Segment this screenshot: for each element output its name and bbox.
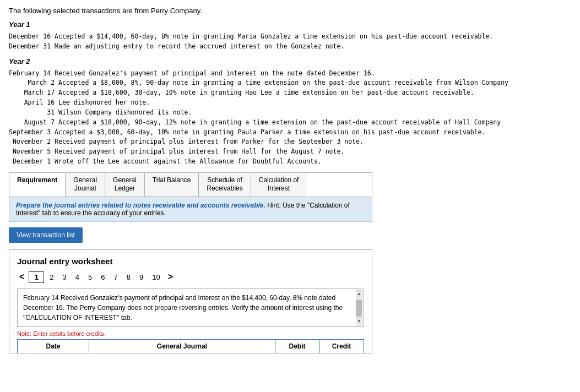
col-date: Date xyxy=(18,340,89,353)
scroll-up-arrow[interactable]: ▲ xyxy=(356,291,362,297)
intro-text: The following selected transactions are … xyxy=(9,7,571,15)
page-1[interactable]: 1 xyxy=(29,271,44,283)
page-2[interactable]: 2 xyxy=(46,272,57,282)
tab-general-journal[interactable]: GeneralJournal xyxy=(66,173,105,197)
page-nav: < 1 2 3 4 5 6 7 8 9 10 > xyxy=(17,271,364,283)
col-debit: Debit xyxy=(275,340,319,353)
tab-calculation-interest[interactable]: Calculation ofInterest xyxy=(251,173,307,197)
page-10[interactable]: 10 xyxy=(149,272,163,282)
col-credit: Credit xyxy=(319,340,364,353)
table-header: Date General Journal Debit Credit xyxy=(17,339,364,353)
page-9[interactable]: 9 xyxy=(136,272,147,282)
page-3[interactable]: 3 xyxy=(59,272,70,282)
year2-transactions: February 14 Received Gonzalez's payment … xyxy=(9,69,571,167)
description-box: February 14 Received Gonzalez's payment … xyxy=(17,288,364,327)
worksheet-title: Journal entry worksheet xyxy=(17,257,364,266)
year1-transactions: December 16 Accepted a $14,400, 60-day, … xyxy=(9,32,571,52)
description-text: February 14 Received Gonzalez's payment … xyxy=(23,294,343,322)
page-4[interactable]: 4 xyxy=(72,272,83,282)
page-5[interactable]: 5 xyxy=(85,272,95,282)
page-6[interactable]: 6 xyxy=(97,272,108,282)
note-text: Note: Enter debits before credits. xyxy=(17,330,364,337)
next-page-button[interactable]: > xyxy=(166,272,175,282)
page-8[interactable]: 8 xyxy=(123,272,134,282)
prev-page-button[interactable]: < xyxy=(17,272,26,282)
tab-requirement[interactable]: Requirement xyxy=(9,173,66,197)
hint-bold: Prepare the journal entries related to n… xyxy=(16,202,265,209)
tab-trial-balance[interactable]: Trial Balance xyxy=(145,173,199,197)
col-general-journal: General Journal xyxy=(89,340,275,353)
scrollbar[interactable]: ▲ ▼ xyxy=(356,290,362,325)
scroll-down-arrow[interactable]: ▼ xyxy=(356,318,362,325)
year2-heading: Year 2 xyxy=(9,57,571,66)
tab-schedule-receivables[interactable]: Schedule ofReceivables xyxy=(199,173,251,197)
tabs-container: Requirement GeneralJournal GeneralLedger… xyxy=(9,172,372,197)
worksheet-box: Journal entry worksheet < 1 2 3 4 5 6 7 … xyxy=(9,249,372,353)
view-transaction-list-button[interactable]: View transaction list xyxy=(9,227,83,243)
year1-heading: Year 1 xyxy=(9,20,571,29)
tab-general-ledger[interactable]: GeneralLedger xyxy=(105,173,145,197)
page-7[interactable]: 7 xyxy=(111,272,121,282)
hint-box: Prepare the journal entries related to n… xyxy=(9,197,372,222)
scroll-thumb[interactable] xyxy=(356,300,362,317)
